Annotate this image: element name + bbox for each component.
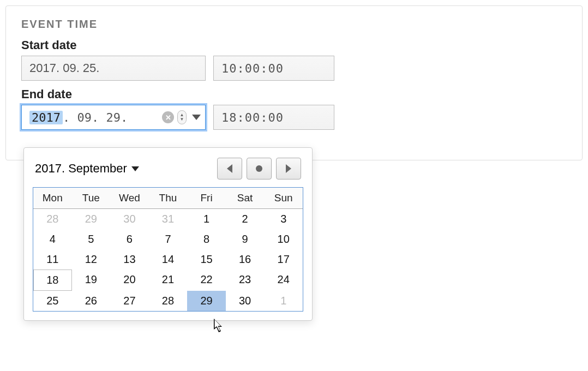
dot-icon [256,165,262,172]
calendar-row: 45678910 [33,229,303,249]
calendar-grid: MonTueWedThuFriSatSun 282930311234567891… [33,187,303,312]
date-stepper[interactable]: ▲ ▼ [177,110,187,124]
weekday-header: Mon [33,188,72,208]
end-date-rest: . 09. 29. [63,111,128,124]
end-date-label: End date [21,87,567,101]
popup-header: 2017. September [33,158,303,179]
chevron-left-icon [227,164,232,173]
chevron-right-icon [286,164,291,173]
calendar-day[interactable]: 18 [33,270,72,291]
start-date-input[interactable]: 2017. 09. 25. [21,56,206,81]
weekday-header: Tue [72,188,111,208]
end-time-value: 18:00:00 [221,111,284,124]
weekday-header: Thu [149,188,188,208]
start-row: 2017. 09. 25. 10:00:00 [21,56,567,81]
start-time-value: 10:00:00 [221,62,284,75]
calendar-day[interactable]: 7 [149,229,188,249]
end-date-value: 2017. 09. 29. [29,111,128,124]
calendar-day[interactable]: 21 [149,270,188,291]
calendar-day[interactable]: 22 [187,270,226,291]
calendar-row: 28293031123 [33,209,303,229]
calendar-day[interactable]: 1 [187,209,226,229]
calendar-day[interactable]: 28 [33,209,72,229]
calendar-day[interactable]: 26 [72,291,111,311]
calendar-day[interactable]: 30 [226,291,265,311]
calendar-weekday-header: MonTueWedThuFriSatSun [33,188,303,209]
calendar-day[interactable]: 27 [110,291,149,311]
calendar-day[interactable]: 23 [226,270,265,291]
clear-icon[interactable]: ✕ [162,111,174,123]
svg-marker-1 [215,320,221,331]
calendar-day[interactable]: 15 [187,249,226,270]
calendar-day[interactable]: 16 [226,249,265,270]
event-time-panel: EVENT TIME Start date 2017. 09. 25. 10:0… [5,5,583,160]
calendar-day[interactable]: 29 [187,291,226,311]
month-nav [217,158,301,179]
calendar-day[interactable]: 14 [149,249,188,270]
calendar-day[interactable]: 1 [264,291,303,311]
weekday-header: Sat [226,188,265,208]
section-title: EVENT TIME [21,18,567,31]
start-date-label: Start date [21,38,567,52]
weekday-header: Fri [187,188,226,208]
calendar-day[interactable]: 3 [264,209,303,229]
calendar-day[interactable]: 17 [264,249,303,270]
start-time-input[interactable]: 10:00:00 [213,56,334,81]
end-time-input[interactable]: 18:00:00 [213,105,334,130]
dropdown-caret-icon[interactable] [192,115,201,120]
today-button[interactable] [247,158,272,179]
calendar-day[interactable]: 28 [149,291,188,311]
calendar-day[interactable]: 25 [33,291,72,311]
calendar-day[interactable]: 30 [110,209,149,229]
month-label-text: 2017. September [35,161,127,176]
prev-month-button[interactable] [217,158,242,179]
calendar-day[interactable]: 24 [264,270,303,291]
calendar-day[interactable]: 13 [110,249,149,270]
calendar-day[interactable]: 10 [264,229,303,249]
next-month-button[interactable] [276,158,301,179]
stepper-down-icon: ▼ [180,117,184,122]
date-picker-popup: 2017. September MonTueWedThuFriSatSun 28… [23,147,313,321]
calendar-day[interactable]: 5 [72,229,111,249]
date-input-controls: ✕ ▲ ▼ [162,110,201,124]
calendar-day[interactable]: 31 [149,209,188,229]
calendar-day[interactable]: 12 [72,249,111,270]
mouse-cursor-icon [214,319,226,334]
calendar-day[interactable]: 20 [110,270,149,291]
calendar-day[interactable]: 19 [72,270,111,291]
calendar-day[interactable]: 6 [110,229,149,249]
weekday-header: Wed [110,188,149,208]
weekday-header: Sun [264,188,303,208]
calendar-day[interactable]: 29 [72,209,111,229]
end-year-selected: 2017 [29,111,63,124]
calendar-day[interactable]: 4 [33,229,72,249]
calendar-row: 11121314151617 [33,249,303,270]
chevron-down-icon [131,166,139,171]
calendar-day[interactable]: 8 [187,229,226,249]
month-selector[interactable]: 2017. September [35,161,139,176]
calendar-row: 18192021222324 [33,270,303,291]
calendar-row: 2526272829301 [33,291,303,311]
calendar-day[interactable]: 2 [226,209,265,229]
calendar-body: 2829303112345678910111213141516171819202… [33,209,303,311]
end-date-input[interactable]: 2017. 09. 29. ✕ ▲ ▼ [21,105,206,130]
calendar-day[interactable]: 9 [226,229,265,249]
end-row: 2017. 09. 29. ✕ ▲ ▼ 18:00:00 [21,105,567,130]
start-date-value: 2017. 09. 25. [29,61,99,75]
calendar-day[interactable]: 11 [33,249,72,270]
